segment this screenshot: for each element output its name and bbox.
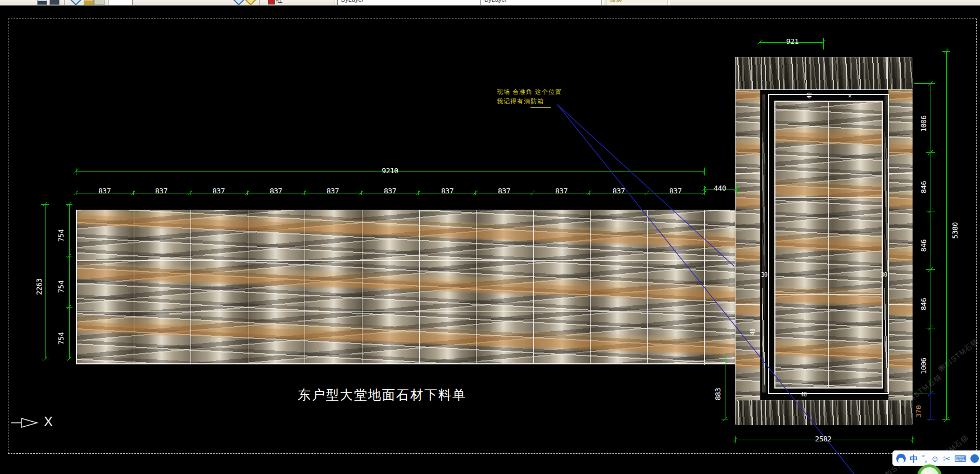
chinese-input-icon[interactable]: 中 [910, 454, 918, 463]
side-panel-right-column [888, 89, 913, 400]
bookmatch-seam [775, 294, 882, 295]
dim-side-right: 1006 [919, 358, 928, 374]
toolbar-separator [334, 0, 336, 6]
dim-side-top: 921 [786, 37, 798, 46]
drawing-title: 东户型大堂地面石材下料单 [298, 386, 466, 404]
dim-side-bottom: 2582 [815, 435, 831, 443]
grid-line [824, 57, 824, 89]
tile-grid [76, 210, 736, 364]
cad-viewport[interactable]: 9210 837 837 837 837 837 837 837 837 837… [0, 6, 980, 474]
dim-side-right: 846 [919, 240, 928, 252]
dim-col: 837 [669, 187, 682, 195]
dim-col: 837 [612, 187, 625, 195]
dim-overall-width: 9210 [382, 166, 398, 175]
note-underline [530, 107, 551, 108]
color-label: 红 [276, 0, 283, 5]
dim-col: 837 [555, 187, 568, 195]
site-note-line2: 我记得有消防箱 [497, 97, 544, 106]
ucs-arrow-icon [11, 413, 45, 430]
bookmatch-seam [828, 102, 829, 387]
dim-side-overall: 5380 [951, 222, 959, 238]
dim-side-right: 846 [919, 181, 928, 193]
alignment-x-mark: ✕ [848, 93, 851, 99]
keyboard-icon[interactable]: ⌨ [954, 454, 967, 463]
frame-sliver [762, 94, 765, 392]
ucs-x-label: X [44, 414, 53, 430]
dim-col: 837 [498, 187, 510, 195]
emoji-icon[interactable]: ☺ [931, 454, 939, 463]
ime-toolbar: 中 ˚‚ ☺ ✂ ⌨ [892, 450, 980, 466]
object-properties-toolbar: 红 ByLayer ByLayer 随层 [0, 0, 980, 6]
toolbar-icon-diamond-yellow[interactable] [245, 0, 256, 6]
profile-icon[interactable] [970, 454, 979, 463]
dim-col: 837 [384, 187, 396, 195]
side-slab-panel[interactable] [735, 57, 912, 425]
toolbar-icon-diamond[interactable] [70, 0, 81, 6]
color-swatch-red[interactable] [268, 0, 275, 4]
snip-icon[interactable]: ✂ [943, 454, 951, 463]
toolbar-separator [668, 0, 670, 6]
side-panel-left-column [736, 89, 760, 400]
application-window: 红 ByLayer ByLayer 随层 [0, 0, 980, 474]
linetype-dropdown[interactable]: ByLayer [480, 0, 604, 6]
dim-border-40: 40 [806, 92, 813, 98]
toolbar-icon[interactable] [94, 0, 105, 5]
dim-bottom-strip: 370 [914, 405, 923, 418]
toolbar-icon[interactable] [49, 0, 60, 5]
grid-line [736, 89, 913, 90]
toolbar-icon-diamond[interactable] [233, 0, 244, 6]
ucs-icon: X [11, 413, 73, 433]
main-floor-slab-panel[interactable] [76, 210, 736, 364]
toolbar-separator [601, 0, 604, 6]
toolbar-separator [259, 0, 261, 6]
dim-row: 754 [57, 229, 65, 242]
grid-line [761, 400, 762, 425]
grid-line [887, 400, 888, 425]
dim-col: 837 [212, 187, 225, 195]
dim-side-right: 1006 [919, 115, 928, 132]
toolbar-icon[interactable] [37, 0, 47, 5]
grid-line [888, 304, 913, 305]
dim-side-left: 883 [714, 388, 722, 400]
toolbar-separator [64, 0, 66, 6]
grid-line [824, 400, 824, 425]
grid-line [736, 304, 760, 305]
dim-col: 837 [98, 187, 111, 195]
grid-line [887, 57, 888, 89]
dim-side-right: 846 [919, 298, 928, 310]
grid-line [761, 57, 762, 89]
dim-border-30: 30 [761, 272, 767, 278]
grid-line [736, 173, 760, 174]
dim-overall-height: 2263 [35, 278, 43, 295]
grid-line [888, 173, 913, 174]
site-note-line1: 现场 合准角 这个位置 [497, 88, 562, 96]
dim-col: 837 [441, 187, 453, 195]
punctuation-icon[interactable]: ˚‚ [922, 454, 927, 463]
dim-extra-col: 440 [714, 184, 726, 192]
qq-icon[interactable] [896, 454, 906, 463]
dim-row: 754 [57, 281, 65, 293]
dim-col: 837 [326, 187, 339, 195]
dim-border-40: 40 [750, 328, 756, 335]
layer-state-box[interactable]: 随层 [606, 0, 670, 6]
color-dropdown[interactable]: ByLayer [337, 0, 483, 6]
dim-border-30: 30 [881, 272, 887, 278]
dim-col: 837 [155, 187, 167, 195]
toolbar-icon[interactable] [84, 0, 94, 5]
tile-grid-line [704, 210, 705, 365]
toolbar-mini-box[interactable] [108, 0, 133, 6]
dim-row: 754 [57, 332, 65, 345]
frame-interior-marble [775, 102, 882, 387]
dim-col: 837 [270, 187, 282, 195]
bookmatch-seam [775, 197, 882, 198]
dim-border-40: 40 [800, 391, 806, 398]
